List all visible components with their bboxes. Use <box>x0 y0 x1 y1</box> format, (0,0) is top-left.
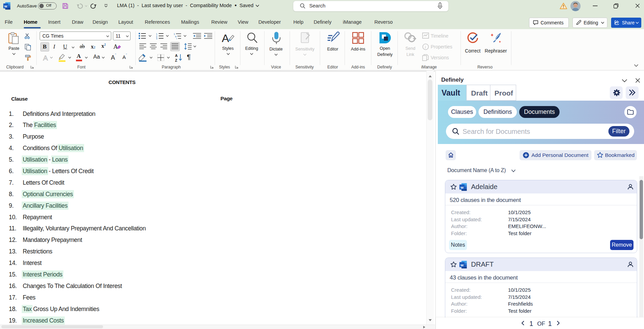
svg-text:W: W <box>4 5 7 8</box>
svg-text:i: i <box>176 37 177 40</box>
svg-text:i: i <box>425 45 426 49</box>
svg-text:Z: Z <box>175 58 177 62</box>
svg-text:A: A <box>113 43 118 50</box>
svg-text:A: A <box>43 54 48 62</box>
svg-text:1: 1 <box>156 33 157 35</box>
svg-text:3: 3 <box>156 37 157 39</box>
svg-text:W: W <box>461 263 464 267</box>
svg-text:A: A <box>222 32 229 44</box>
svg-text:A: A <box>175 54 178 58</box>
svg-text:W: W <box>461 186 464 189</box>
